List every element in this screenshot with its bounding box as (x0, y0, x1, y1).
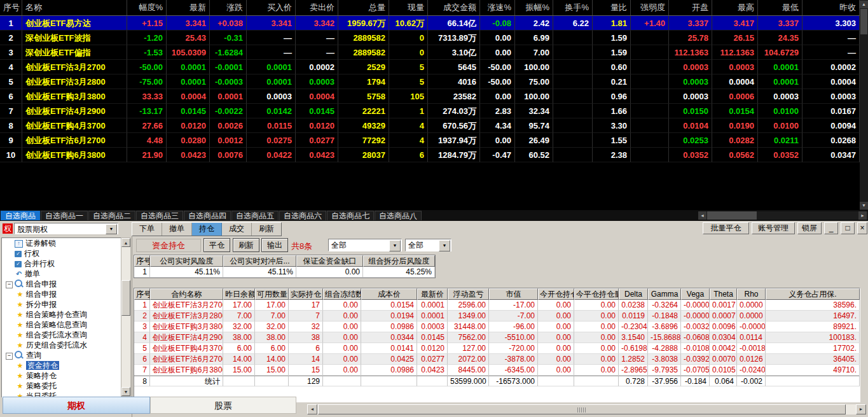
watch-tab[interactable]: 自选商品一 (41, 211, 88, 220)
quote-header-cell[interactable]: 量比 (593, 0, 631, 15)
quote-row[interactable]: 1创业板ETF易方达+1.153.341+0.0383.3413.3421959… (0, 16, 860, 31)
scroll-up-icon[interactable]: ▲ (860, 1, 868, 8)
toolbar-button-刷新[interactable]: 刷新 (252, 223, 281, 236)
quote-header-cell[interactable]: 买入价 (247, 0, 296, 15)
table-header-cell[interactable]: 可用数量 (255, 288, 289, 300)
table-header-cell[interactable]: 实际持仓 (289, 288, 323, 300)
scroll-down-icon[interactable]: ▼ (121, 387, 130, 396)
action-button-账号管理[interactable]: 账号管理 (752, 222, 795, 234)
table-header-cell[interactable]: 合约名称 (150, 288, 223, 300)
quote-header-cell[interactable]: 卖出价 (296, 0, 338, 15)
tree-item[interactable]: ★历史组合委托流水 (2, 340, 121, 350)
tree-item[interactable]: −组合申报 (2, 279, 121, 289)
quote-row[interactable]: 3深创业板ETF偏指-1.53105.0309-1.6284——28895820… (0, 45, 860, 60)
table-row[interactable]: 5创业板ETF购4月37006.006.0060.000.01410.01201… (134, 343, 860, 354)
scroll-thumb[interactable] (121, 280, 130, 316)
tree-item[interactable]: ✓合并行权 (2, 258, 121, 269)
table-row[interactable]: 7创业板ETF购6月380015.0015.00150.000.09860.04… (134, 365, 860, 376)
tree-item[interactable]: ★拆分申报 (2, 299, 121, 309)
action-button-锁屏[interactable]: 锁屏 (797, 222, 822, 234)
table-row[interactable]: 4创业板ETF沽4月290038.0038.00380.000.03440.01… (134, 332, 860, 343)
tree-scrollbar[interactable]: ▲ ▼ (121, 237, 131, 397)
scroll-left-icon[interactable]: ◄ (307, 404, 317, 414)
table-row[interactable]: 1创业板ETF沽3月270017.0017.00170.000.01540.00… (134, 300, 860, 311)
maximize-button[interactable]: □ (841, 222, 855, 234)
tree-item[interactable]: ★策略持仓 (2, 371, 121, 381)
scroll-down-icon[interactable]: ▼ (860, 202, 868, 209)
watch-tab[interactable]: 自选商品三 (136, 211, 183, 220)
table-header-cell[interactable]: 今开仓持仓量 (538, 288, 574, 300)
tree-item[interactable]: ★组合委托流水查询 (2, 330, 121, 340)
quote-header-cell[interactable]: 幅度% (127, 0, 167, 15)
table-header-cell[interactable]: 今平仓持仓量 (574, 288, 619, 300)
table-header-cell[interactable]: 保证金资金缺口 (296, 255, 363, 267)
scroll-left-icon[interactable]: ◄ (698, 211, 706, 220)
watch-tab[interactable]: 自选商品八 (375, 211, 422, 220)
chevron-down-icon[interactable]: ▼ (106, 224, 117, 234)
table-row[interactable]: 3创业板ETF购3月380032.0032.00320.000.09860.00… (134, 322, 860, 332)
tree-item[interactable]: ✓行权 (2, 248, 121, 258)
quote-row[interactable]: 4创业板ETF沽3月2700-50.000.0001-0.00010.00010… (0, 60, 860, 74)
quote-row[interactable]: 7创业板ETF沽4月2900-13.170.0145-0.00220.01420… (0, 104, 860, 118)
table-header-cell[interactable]: 组合拆分后风险度 (363, 255, 435, 267)
close-button[interactable]: × (857, 222, 867, 234)
tree-item[interactable]: −查询 (2, 350, 121, 360)
quote-row[interactable]: 9创业板ETF沽6月27004.480.02800.00120.02750.02… (0, 133, 860, 148)
quote-header-cell[interactable]: 名称 (22, 0, 127, 15)
table-row[interactable]: 8统计12953599.000-16573.0000.728-37.956-0.… (134, 376, 860, 386)
toolbar-button-持仓[interactable]: 持仓 (192, 223, 222, 236)
minimize-button[interactable]: _ (824, 222, 838, 234)
watch-tab[interactable]: 自选商品七 (327, 211, 374, 220)
watch-tab[interactable]: 自选商品二 (88, 211, 135, 220)
quote-header-cell[interactable]: 成交金额 (428, 0, 480, 15)
quote-header-cell[interactable]: 现量 (389, 0, 428, 15)
quote-header-cell[interactable]: 涨跌 (210, 0, 247, 15)
instrument-select[interactable]: 股票期权 ▼ (14, 223, 118, 234)
table-header-cell[interactable]: 成本价 (361, 288, 417, 300)
table-header-cell[interactable]: 序号 (134, 255, 150, 267)
quote-row[interactable]: 5创业板ETF沽3月2800-75.000.0001-0.00030.00010… (0, 74, 860, 89)
tree-item[interactable]: ★组合策略信息查询 (2, 320, 121, 330)
table-header-cell[interactable]: 浮动盈亏 (448, 288, 489, 300)
table-header-cell[interactable]: 最新价 (417, 288, 448, 300)
tree-item[interactable]: ★组合申报 (2, 289, 121, 299)
refresh-button[interactable]: 刷新 (233, 238, 259, 252)
tree-item[interactable]: ↶撤单 (2, 269, 121, 279)
tab-options[interactable]: 期权 (3, 397, 150, 414)
table-header-cell[interactable]: 义务仓占用保. (766, 288, 860, 300)
table-header-cell[interactable]: Delta (619, 288, 648, 300)
action-button-批量平仓[interactable]: 批量平仓 (703, 222, 749, 234)
tab-stocks[interactable]: 股票 (150, 397, 296, 414)
quote-header-cell[interactable]: 振幅% (515, 0, 553, 15)
tree-item[interactable]: ★策略委托 (2, 381, 121, 391)
quote-row[interactable]: 10创业板ETF购6月380021.900.04230.00760.04220.… (0, 148, 860, 162)
quote-header-cell[interactable]: 总量 (338, 0, 389, 15)
scroll-thumb[interactable] (707, 211, 757, 220)
quote-header-cell[interactable]: 最高 (712, 0, 758, 15)
scroll-right-icon[interactable]: ► (858, 211, 867, 220)
table-header-cell[interactable]: Gamma (648, 288, 681, 300)
tree-item[interactable]: ★资金持仓 (2, 360, 121, 371)
quote-header-cell[interactable]: 最低 (758, 0, 803, 15)
quote-header-cell[interactable]: 涨速% (480, 0, 515, 15)
table-header-cell[interactable]: Rho (737, 288, 766, 300)
table-header-cell[interactable]: 公司实时对冲后... (223, 255, 296, 267)
watch-tab[interactable]: 自选商品四 (184, 211, 231, 220)
table-header-cell[interactable]: Theta (710, 288, 737, 300)
table-header-cell[interactable]: 序号 (134, 288, 150, 300)
filter-select-2[interactable]: 全部 ▼ (405, 239, 451, 251)
position-horizontal-scrollbar[interactable]: ◄ ► (307, 404, 866, 414)
watch-tab[interactable]: 自选商品六 (279, 211, 326, 220)
filter-select-1[interactable]: 全部 ▼ (328, 239, 402, 251)
quote-header-cell[interactable]: 开盘 (669, 0, 712, 15)
quote-header-cell[interactable]: 换手% (553, 0, 593, 15)
expander-icon[interactable]: − (6, 281, 13, 288)
toolbar-button-下单[interactable]: 下单 (132, 223, 162, 236)
scroll-thumb[interactable] (860, 9, 867, 34)
toolbar-button-成交[interactable]: 成交 (222, 223, 252, 236)
table-header-cell[interactable]: 公司实时风险度 (150, 255, 223, 267)
toolbar-button-撤单[interactable]: 撤单 (162, 223, 192, 236)
tab-horizontal-scrollbar[interactable]: ◄ ► (698, 211, 868, 220)
chevron-down-icon[interactable]: ▼ (439, 240, 450, 251)
table-header-cell[interactable]: Vega (681, 288, 710, 300)
